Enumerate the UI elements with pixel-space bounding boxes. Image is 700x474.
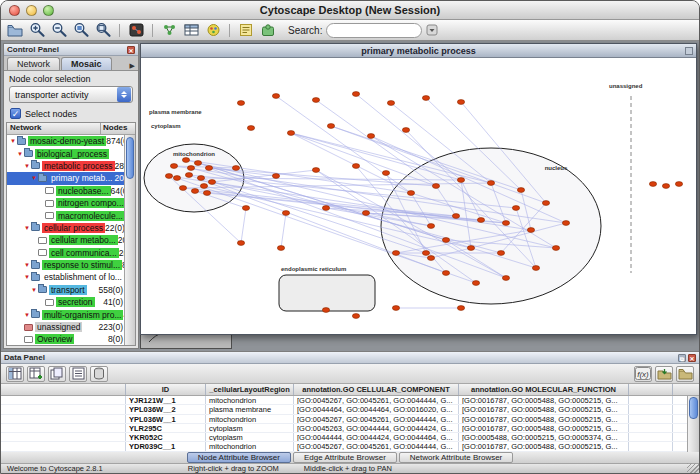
network-canvas[interactable]: plasma membranecytoplasmmitochondrionnuc… [141,58,696,334]
network-node[interactable] [232,166,239,171]
cell-id[interactable]: YJR121W__1 [126,396,206,404]
scrollbar-thumb[interactable] [689,397,698,419]
close-panel-icon[interactable]: ✕ [127,46,135,54]
column-header-blank[interactable] [629,384,673,395]
table-scrollbar[interactable] [687,396,699,452]
network-node[interactable] [205,166,212,171]
network-node[interactable] [532,266,539,271]
network-node[interactable] [247,126,254,131]
network-node[interactable] [387,101,394,106]
attr-select-icon[interactable] [6,366,24,382]
tab-overflow-icon[interactable]: ▶ [130,62,135,70]
table-cell[interactable]: [GO:0045267, GO:0045261, GO:0044444, G..… [294,415,459,423]
network-node[interactable] [562,221,569,226]
network-node[interactable] [200,184,207,189]
cell-id[interactable]: YKR052C [126,433,206,441]
network-node[interactable] [432,184,439,189]
tree-item-cell-communica[interactable]: cell communica...2(0) [7,247,124,259]
tree-item-macromolecule[interactable]: macromolecule...311(1) [7,209,124,221]
zoom-window-button[interactable] [43,5,54,16]
network-node[interactable] [542,201,549,206]
network-node[interactable] [472,281,479,286]
network-node[interactable] [327,124,334,129]
tree-header-network[interactable]: Network [7,123,101,134]
annotation-icon[interactable] [236,21,256,39]
tree-scrollbar[interactable] [124,135,135,345]
column-header-cellularlayoutregion[interactable]: _cellularLayoutRegion [206,384,294,395]
open-table-icon[interactable] [676,366,694,382]
network-node[interactable] [407,191,414,196]
search-input[interactable] [326,23,422,38]
network-node[interactable] [382,171,389,176]
plugins-icon[interactable] [258,21,278,39]
network-node[interactable] [502,276,509,281]
network-node[interactable] [427,256,434,261]
column-header-annotation-go-molecular-function[interactable]: annotation.GO MOLECULAR_FUNCTION [459,384,629,395]
expand-arrow-icon[interactable]: ▼ [30,287,38,293]
table-cell[interactable] [629,424,673,432]
table-cell[interactable]: plasma membrane [206,405,294,413]
network-node[interactable] [467,246,474,251]
table-cell[interactable] [1,433,126,441]
network-node[interactable] [187,166,194,171]
tree-item-response-to-stimul[interactable]: ▼response to stimul...8(0) [7,259,124,271]
expand-arrow-icon[interactable]: ▼ [23,312,31,318]
network-edge[interactable] [291,133,461,180]
tree-item-establishment-of-lo[interactable]: ▼establishment of lo...558(0) [7,271,124,283]
network-node[interactable] [477,218,484,223]
network-node[interactable] [452,214,459,219]
table-cell[interactable] [629,396,673,404]
expand-arrow-icon[interactable]: ▼ [23,163,31,169]
table-cell[interactable] [1,424,126,432]
expand-arrow-icon[interactable]: ▼ [23,225,31,231]
network-node[interactable] [272,94,279,99]
import-network-icon[interactable] [159,21,179,39]
network-view-title[interactable]: primary metabolic process [141,44,696,58]
network-node[interactable] [442,271,449,276]
tree-header-nodes[interactable]: Nodes [101,123,135,134]
network-node[interactable] [242,206,249,211]
network-node[interactable] [287,131,294,136]
tab-node-attribute-browser[interactable]: Node Attribute Browser [187,452,291,463]
node-color-dropdown[interactable]: transporter activity [9,86,133,103]
network-node[interactable] [422,251,429,256]
table-cell[interactable] [1,415,126,423]
network-node[interactable] [352,314,359,319]
network-node[interactable] [497,251,504,256]
column-header-blank[interactable] [1,384,126,395]
tree-item-cellular-process[interactable]: ▼cellular process22(0) [7,222,124,234]
table-cell[interactable]: [GO:0044444, GO:0044424, GO:0044464, G..… [294,433,459,441]
table-cell[interactable]: mitochondrion [206,442,294,450]
tree-item-biological-process[interactable]: ▼biological_process [7,147,124,159]
network-node[interactable] [675,182,682,187]
tree-item-overview[interactable]: Overview8(0) [7,333,124,345]
float-panel-icon[interactable]: ⧉ [678,354,686,362]
cell-id[interactable]: YPL036W__2 [126,405,206,413]
table-cell[interactable] [629,415,673,423]
cell-id[interactable]: YDR039C__1 [126,442,206,450]
table-cell[interactable]: [GO:0016787, GO:0005488, GO:0005215, G..… [459,424,629,432]
tree-item-nucleobase[interactable]: nucleobase...64(0) [7,185,124,197]
network-node[interactable] [165,174,172,179]
minimize-window-button[interactable] [26,5,37,16]
attr-list-icon[interactable] [69,366,87,382]
network-node[interactable] [402,128,409,133]
table-cell[interactable] [629,433,673,441]
network-node[interactable] [179,186,186,191]
table-cell[interactable]: [GO:0016787, GO:0005488, GO:0005215, G..… [459,415,629,423]
zoom-selected-icon[interactable] [71,21,91,39]
expand-arrow-icon[interactable]: ▼ [23,262,31,268]
import-table-icon[interactable] [655,366,673,382]
table-cell[interactable]: cytoplasm [206,424,294,432]
table-cell[interactable]: cytoplasm [206,433,294,441]
tab-edge-attribute-browser[interactable]: Edge Attribute Browser [293,452,397,463]
tree-item-metabolic-process[interactable]: ▼metabolic process280(0) [7,160,124,172]
table-cell[interactable] [1,405,126,413]
tree-item-nitrogen-compo[interactable]: nitrogen compo...46(0) [7,197,124,209]
table-cell[interactable]: [GO:0016787, GO:0005488, GO:0005215, G..… [459,442,629,450]
data-panel-header[interactable]: Data Panel ⧉ ✕ [1,352,699,364]
tab-mosaic[interactable]: Mosaic [61,57,112,70]
network-node[interactable] [191,189,198,194]
expand-arrow-icon[interactable]: ▼ [16,151,24,157]
network-node[interactable] [512,206,519,211]
